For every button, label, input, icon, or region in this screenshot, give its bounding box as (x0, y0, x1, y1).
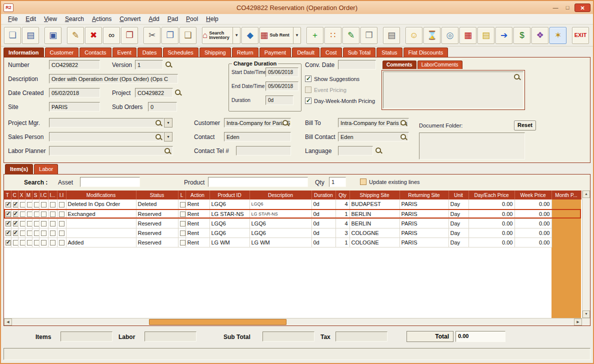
menu-item-pool[interactable]: Pool (182, 14, 202, 24)
update-existing-lines-checkbox[interactable] (360, 178, 366, 185)
row-checkbox-x[interactable] (20, 202, 26, 208)
row-checkbox-ii[interactable] (59, 212, 64, 217)
row-checkbox-t[interactable] (6, 221, 11, 226)
row-checkbox-s[interactable] (34, 221, 40, 226)
reset-button[interactable]: Reset (514, 120, 536, 130)
row-checkbox-ic[interactable] (41, 212, 46, 217)
horizontal-scrollbar-thumb[interactable] (149, 319, 286, 325)
column-header-description[interactable]: Description (250, 190, 312, 200)
row-checkbox-m[interactable] (27, 240, 32, 246)
tab-payment[interactable]: Payment (260, 48, 291, 57)
scroll-right-icon[interactable]: ▶ (574, 318, 582, 326)
smiley-button[interactable]: ☺ (406, 27, 422, 44)
tab-labor[interactable]: Labor (34, 164, 58, 174)
row-checkbox-l[interactable] (180, 202, 186, 208)
tab-contacts[interactable]: Contacts (80, 48, 111, 57)
row-checkbox-ii[interactable] (59, 221, 64, 226)
scroll-up-icon[interactable]: ▲ (582, 190, 590, 198)
end-date-field[interactable]: 05/06/2018 (266, 82, 298, 91)
row-checkbox-t[interactable] (6, 212, 11, 217)
tab-item-s[interactable]: Item(s) (5, 164, 33, 174)
row-checkbox-l[interactable] (180, 230, 186, 236)
column-header-t[interactable]: T (4, 190, 11, 200)
column-header-i-i[interactable]: I.I (57, 190, 66, 200)
row-checkbox-x[interactable] (20, 221, 26, 226)
scroll-down-icon[interactable]: ▼ (582, 310, 590, 318)
version-field[interactable]: 1 (135, 60, 163, 70)
column-header-x[interactable]: X (18, 190, 25, 200)
column-header-status[interactable]: Status (136, 190, 178, 200)
start-date-field[interactable]: 05/06/2018 (266, 68, 298, 77)
row-checkbox-l[interactable] (180, 240, 186, 246)
project-field[interactable]: CO429822 (135, 88, 173, 98)
table-row[interactable]: Added Reserved Rent LG WM LG WM 0d 1 COL… (4, 238, 581, 247)
add-item-button[interactable]: + (306, 27, 324, 44)
qty-input[interactable]: 1 (329, 177, 346, 187)
sub-orders-field[interactable]: 0 (148, 102, 177, 112)
horizontal-scrollbar[interactable]: ◀ ▶ (4, 318, 590, 326)
cd-disc-button[interactable]: ◎ (442, 27, 458, 44)
table-row[interactable]: Exchanged Reserved Rent LG STAR-NS LG ST… (4, 209, 581, 218)
column-header-duration[interactable]: Duration (312, 190, 336, 200)
color-cube-button[interactable]: ▦ (460, 27, 476, 44)
sales-person-search-icon[interactable] (155, 134, 162, 141)
save-button[interactable]: ▣ (44, 27, 62, 44)
row-checkbox-ip[interactable] (50, 212, 56, 217)
document-folder-box[interactable] (419, 132, 525, 160)
menu-item-view[interactable]: View (40, 14, 61, 24)
dropdown-arrow-icon[interactable]: ▼ (232, 28, 240, 44)
row-checkbox-c[interactable] (13, 230, 18, 236)
project-mgr-field[interactable] (49, 118, 164, 128)
row-checkbox-t[interactable] (6, 202, 11, 208)
row-checkbox-x[interactable] (20, 230, 26, 236)
product-input[interactable] (208, 177, 308, 187)
day-week-month-checkbox[interactable] (305, 98, 312, 104)
labor-planner-field[interactable] (49, 146, 173, 156)
key-button[interactable]: ➔ (496, 27, 512, 44)
row-checkbox-ic[interactable] (41, 230, 46, 236)
row-checkbox-s[interactable] (34, 212, 40, 217)
exit-button[interactable]: EXIT (572, 27, 589, 44)
row-checkbox-t[interactable] (6, 240, 11, 246)
row-checkbox-ii[interactable] (59, 202, 64, 208)
tab-laborcomments[interactable]: LaborComments (418, 60, 462, 69)
bill-contact-search-icon[interactable] (400, 134, 408, 141)
language-search-icon[interactable] (375, 147, 382, 154)
row-checkbox-c[interactable] (13, 221, 18, 226)
edit-note-button[interactable]: ✎ (342, 27, 360, 44)
row-checkbox-ip[interactable] (50, 240, 56, 246)
row-checkbox-m[interactable] (27, 221, 32, 226)
bill-contact-field[interactable]: Eden (338, 132, 409, 142)
delete-button[interactable]: ✖ (85, 27, 102, 44)
sub-rent-button[interactable]: ▦Sub Rent▼ (260, 27, 301, 44)
row-checkbox-ii[interactable] (59, 230, 64, 236)
table-row[interactable]: Reserved Rent LGQ6 LGQ6 0d 3 COLOGNE PAR… (4, 228, 581, 238)
table-row[interactable]: Reserved Rent LGQ6 LGQ6 0d 4 BERLIN PARI… (4, 218, 581, 228)
row-checkbox-t[interactable] (6, 230, 11, 236)
vertical-scrollbar[interactable]: ▲ ▼ (582, 190, 590, 318)
date-created-field[interactable]: 05/02/2018 (49, 88, 100, 98)
column-header-modifications[interactable]: Modifications (66, 190, 136, 200)
column-header-product-id[interactable]: Product ID (210, 190, 250, 200)
tab-default[interactable]: Default (292, 48, 320, 57)
row-checkbox-m[interactable] (27, 230, 32, 236)
menu-item-file[interactable]: File (4, 14, 22, 24)
search-inventory-button[interactable]: ⌂Search Inventory▼ (202, 27, 240, 44)
tab-shipping[interactable]: Shipping (200, 48, 231, 57)
row-checkbox-ip[interactable] (50, 230, 56, 236)
package-button[interactable]: ❖ (532, 27, 548, 44)
scroll-left-icon[interactable]: ◀ (4, 318, 12, 326)
magic-wand-button[interactable]: ✶ (550, 27, 566, 44)
sales-person-field[interactable] (49, 132, 164, 142)
column-header-shipping-site[interactable]: Shipping Site (350, 190, 400, 200)
row-checkbox-ii[interactable] (59, 240, 64, 246)
row-checkbox-s[interactable] (34, 240, 40, 246)
sales-person-dropdown[interactable]: ▼ (164, 132, 172, 142)
number-field[interactable]: CO429822 (49, 60, 100, 70)
column-header-returning-site[interactable]: Returning Site (400, 190, 448, 200)
row-checkbox-ip[interactable] (50, 202, 56, 208)
tab-customer[interactable]: Customer (45, 48, 79, 57)
cut-button[interactable]: ✂ (144, 27, 160, 44)
maximize-button[interactable]: □ (562, 4, 574, 12)
column-header-i-c[interactable]: I.C (39, 190, 48, 200)
